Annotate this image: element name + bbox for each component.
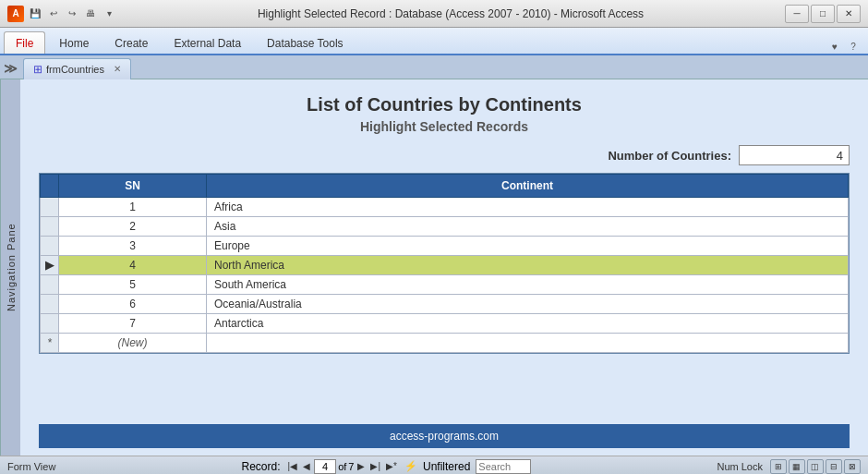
- nav-prev-button[interactable]: ◀: [301, 461, 312, 471]
- cell-sn: 1: [59, 198, 207, 217]
- main-content: Navigation Pane List of Countries by Con…: [0, 79, 868, 456]
- ribbon-right: ♥ ?: [827, 39, 864, 54]
- tab-external-data[interactable]: External Data: [162, 31, 253, 54]
- status-left: Form View: [7, 461, 55, 472]
- table-row[interactable]: 2Asia: [41, 217, 849, 237]
- form-subtitle: Highlight Selected Records: [39, 119, 850, 134]
- cell-sn: 3: [59, 237, 207, 256]
- nav-record-input[interactable]: [314, 459, 336, 474]
- quick-access-dropdown[interactable]: ▾: [102, 6, 116, 21]
- nav-next-button[interactable]: ▶: [356, 461, 367, 471]
- form-tab-icon: ⊞: [33, 63, 42, 76]
- access-logo-icon: A: [7, 6, 24, 22]
- window-controls: ─ □ ✕: [785, 5, 861, 23]
- cell-sn: 5: [59, 275, 207, 295]
- cell-sn: 4: [59, 256, 207, 275]
- header-indicator: [41, 175, 59, 198]
- row-indicator: [41, 217, 59, 237]
- form-title: List of Countries by Continents: [39, 94, 850, 115]
- nav-new-button[interactable]: ▶*: [384, 461, 399, 471]
- header-sn: SN: [59, 175, 207, 198]
- access-logo: A: [7, 6, 24, 22]
- cell-continent: Asia: [207, 217, 849, 237]
- title-bar-left: A 💾 ↩ ↪ 🖶 ▾: [7, 6, 116, 22]
- tab-create[interactable]: Create: [102, 31, 160, 54]
- new-row-sn: (New): [59, 334, 207, 353]
- table-header-row: SN Continent: [41, 175, 849, 198]
- help-icon[interactable]: ?: [846, 39, 861, 54]
- table-row[interactable]: 5South America: [41, 275, 849, 295]
- tab-bar: ≫ ⊞ frmCountries ✕: [0, 55, 868, 79]
- maximize-button[interactable]: □: [811, 5, 835, 23]
- ribbon-tabs: File Home Create External Data Database …: [0, 28, 868, 54]
- cell-sn: 2: [59, 217, 207, 237]
- search-input[interactable]: [476, 459, 531, 474]
- row-indicator: [41, 275, 59, 295]
- row-indicator: [41, 314, 59, 334]
- view-icons: ⊞ ▦ ◫ ⊟ ⊠: [770, 459, 861, 474]
- form-tab-frmcountries[interactable]: ⊞ frmCountries ✕: [23, 58, 131, 79]
- new-row-indicator: *: [41, 334, 59, 353]
- footer-bar: access-programs.com: [39, 424, 850, 448]
- form-tab-label: frmCountries: [46, 64, 104, 75]
- nav-pane-label[interactable]: Navigation Pane: [0, 79, 20, 456]
- filter-icon[interactable]: ⚡: [404, 460, 417, 472]
- tab-database-tools[interactable]: Database Tools: [255, 31, 356, 54]
- cell-sn: 6: [59, 295, 207, 314]
- table-row[interactable]: ▶4North America: [41, 256, 849, 275]
- tab-home[interactable]: Home: [47, 31, 101, 54]
- row-indicator: [41, 198, 59, 217]
- header-continent: Continent: [207, 175, 849, 198]
- view-layout-icon[interactable]: ◫: [807, 459, 824, 474]
- form-tab-close[interactable]: ✕: [114, 64, 121, 74]
- num-lock-label: Num Lock: [717, 461, 763, 472]
- quick-access-undo[interactable]: ↩: [46, 6, 61, 21]
- record-label: Record:: [242, 460, 281, 473]
- nav-pane-toggle[interactable]: ≫: [4, 61, 18, 76]
- quick-access-print[interactable]: 🖶: [83, 6, 98, 21]
- view-datasheet-icon[interactable]: ▦: [789, 459, 805, 474]
- help-heart-icon[interactable]: ♥: [827, 39, 842, 54]
- num-countries-label: Number of Countries:: [608, 149, 731, 163]
- form-view-label: Form View: [7, 461, 55, 472]
- table-row[interactable]: 1Africa: [41, 198, 849, 217]
- cell-continent: North America: [207, 256, 849, 275]
- footer-website: access-programs.com: [390, 430, 499, 443]
- view-form-icon[interactable]: ⊞: [770, 459, 787, 474]
- num-countries-input[interactable]: [739, 145, 850, 165]
- cell-continent: Antarctica: [207, 314, 849, 334]
- status-center: Record: |◀ ◀ of 7 ▶ ▶| ▶* ⚡ Unfiltered: [242, 459, 532, 474]
- table-row[interactable]: 6Oceania/Australia: [41, 295, 849, 314]
- data-table-wrapper: SN Continent 1Africa2Asia3Europe▶4North …: [39, 173, 850, 354]
- document-area: ≫ ⊞ frmCountries ✕ Navigation Pane List …: [0, 55, 868, 456]
- cell-continent: Oceania/Australia: [207, 295, 849, 314]
- quick-access-save[interactable]: 💾: [28, 6, 42, 21]
- row-indicator: [41, 295, 59, 314]
- form-area: List of Countries by Continents Highligh…: [20, 79, 868, 456]
- title-bar: A 💾 ↩ ↪ 🖶 ▾ Highlight Selected Record : …: [0, 0, 868, 28]
- tab-file[interactable]: File: [4, 31, 45, 54]
- status-bar: Form View Record: |◀ ◀ of 7 ▶ ▶| ▶* ⚡ Un…: [0, 456, 868, 474]
- data-table: SN Continent 1Africa2Asia3Europe▶4North …: [40, 174, 849, 353]
- cell-continent: South America: [207, 275, 849, 295]
- cell-continent: Africa: [207, 198, 849, 217]
- row-indicator: ▶: [41, 256, 59, 275]
- table-row[interactable]: 7Antarctica: [41, 314, 849, 334]
- view-pivot-icon[interactable]: ⊟: [826, 459, 842, 474]
- quick-access-redo[interactable]: ↪: [65, 6, 79, 21]
- nav-first-button[interactable]: |◀: [286, 461, 300, 471]
- row-indicator: [41, 237, 59, 256]
- close-button[interactable]: ✕: [837, 5, 861, 23]
- new-row-continent: [207, 334, 849, 353]
- cell-sn: 7: [59, 314, 207, 334]
- status-right: Num Lock ⊞ ▦ ◫ ⊟ ⊠: [717, 459, 861, 474]
- table-row-new: *(New): [41, 334, 849, 353]
- nav-last-button[interactable]: ▶|: [368, 461, 382, 471]
- num-countries-row: Number of Countries:: [39, 145, 850, 165]
- cell-continent: Europe: [207, 237, 849, 256]
- minimize-button[interactable]: ─: [785, 5, 809, 23]
- filter-label: Unfiltered: [423, 460, 470, 473]
- view-chart-icon[interactable]: ⊠: [844, 459, 861, 474]
- total-records: 7: [348, 461, 354, 472]
- table-row[interactable]: 3Europe: [41, 237, 849, 256]
